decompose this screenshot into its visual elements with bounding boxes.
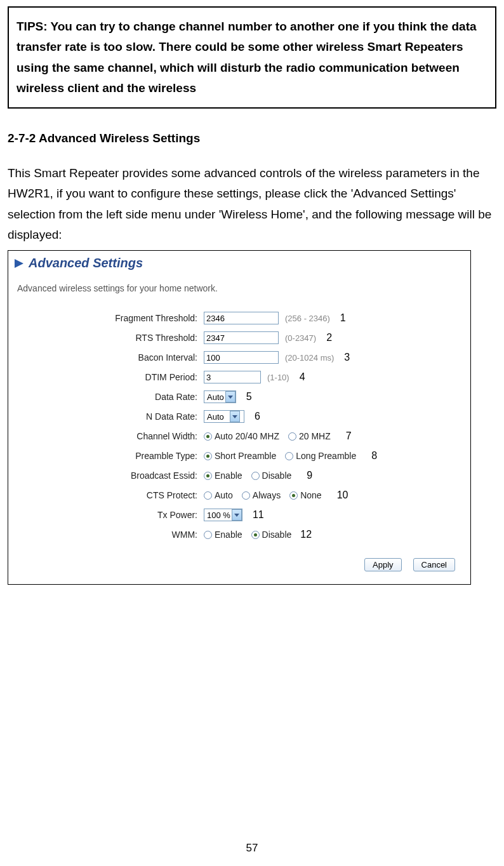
label-cts: CTS Protect: xyxy=(13,490,204,500)
row-fragment-threshold: Fragment Threshold: (256 - 2346) 1 xyxy=(13,310,465,326)
select-data-rate-value: Auto xyxy=(207,392,224,402)
input-bacon[interactable] xyxy=(204,351,279,364)
input-rts[interactable] xyxy=(204,331,279,344)
select-data-rate[interactable]: Auto xyxy=(204,390,236,403)
radio-icon xyxy=(242,491,250,500)
hint-rts: (0-2347) xyxy=(285,333,316,343)
row-tx-power: Tx Power: 100 % 11 xyxy=(13,507,465,523)
radio-icon xyxy=(285,452,293,460)
radio-cts-none[interactable]: None xyxy=(289,490,321,500)
panel-arrow-icon xyxy=(13,258,25,269)
hint-dtim: (1-10) xyxy=(267,373,289,382)
select-n-rate[interactable]: Auto xyxy=(204,410,244,423)
row-channel-width: Channel Width: Auto 20/40 MHZ 20 MHZ 7 xyxy=(13,428,465,444)
radio-icon xyxy=(251,472,260,480)
row-rts-threshold: RTS Threshold: (0-2347) 2 xyxy=(13,330,465,346)
radio-preamble-long[interactable]: Long Preamble xyxy=(285,451,356,461)
radio-icon xyxy=(289,491,298,500)
label-rts: RTS Threshold: xyxy=(13,333,204,343)
row-preamble-type: Preamble Type: Short Preamble Long Pream… xyxy=(13,448,465,464)
radio-icon xyxy=(204,472,212,480)
label-fragment: Fragment Threshold: xyxy=(13,313,204,323)
select-txpower[interactable]: 100 % xyxy=(204,509,242,521)
radio-preamble-short[interactable]: Short Preamble xyxy=(204,451,276,461)
chevron-down-icon xyxy=(225,391,235,403)
annot-7: 7 xyxy=(346,430,352,442)
radio-chwidth-auto[interactable]: Auto 20/40 MHZ xyxy=(204,431,279,441)
row-broadcast-essid: Broadcast Essid: Enable Disable 9 xyxy=(13,467,465,484)
hint-bacon: (20-1024 ms) xyxy=(285,353,334,363)
row-bacon-interval: Bacon Interval: (20-1024 ms) 3 xyxy=(13,349,465,366)
row-wmm: WMM: Enable Disable 12 xyxy=(13,526,465,543)
row-cts-protect: CTS Protect: Auto Always None 10 xyxy=(13,487,465,503)
hint-fragment: (256 - 2346) xyxy=(285,314,330,323)
chevron-down-icon xyxy=(230,411,240,422)
radio-bcast-disable[interactable]: Disable xyxy=(251,470,292,481)
label-data-rate: Data Rate: xyxy=(13,392,204,402)
row-dtim-period: DTIM Period: (1-10) 4 xyxy=(13,369,465,385)
row-data-rate: Data Rate: Auto 5 xyxy=(13,389,465,405)
label-bcast: Broadcast Essid: xyxy=(13,470,204,481)
input-dtim[interactable] xyxy=(204,371,261,383)
page-number: 57 xyxy=(0,842,504,855)
annot-3: 3 xyxy=(344,352,350,363)
label-txpower: Tx Power: xyxy=(13,510,204,520)
cancel-button[interactable]: Cancel xyxy=(413,558,455,571)
apply-button[interactable]: Apply xyxy=(364,558,402,571)
panel-header: Advanced Settings xyxy=(13,256,465,270)
label-bacon: Bacon Interval: xyxy=(13,352,204,363)
panel-title: Advanced Settings xyxy=(29,256,143,270)
annot-6: 6 xyxy=(255,411,260,422)
annot-12: 12 xyxy=(300,529,312,540)
button-row: Apply Cancel xyxy=(13,558,465,571)
intro-text: This Smart Repeater provides some advanc… xyxy=(8,163,496,245)
label-chwidth: Channel Width: xyxy=(13,431,204,441)
annot-8: 8 xyxy=(371,450,377,462)
tips-box: TIPS: You can try to change channel numb… xyxy=(8,6,496,109)
tips-text: TIPS: You can try to change channel numb… xyxy=(17,17,487,98)
radio-cts-always[interactable]: Always xyxy=(242,490,281,500)
settings-panel: Advanced Settings Advanced wireless sett… xyxy=(8,250,471,585)
radio-wmm-disable[interactable]: Disable xyxy=(251,530,292,540)
radio-wmm-enable[interactable]: Enable xyxy=(204,530,242,540)
label-wmm: WMM: xyxy=(13,530,204,540)
label-n-rate: N Data Rate: xyxy=(13,411,204,422)
label-dtim: DTIM Period: xyxy=(13,372,204,382)
radio-icon xyxy=(204,452,212,460)
annot-10: 10 xyxy=(337,490,348,501)
annot-4: 4 xyxy=(300,371,305,383)
radio-icon xyxy=(204,531,212,539)
svg-marker-0 xyxy=(15,259,23,268)
annot-1: 1 xyxy=(340,312,346,324)
label-preamble: Preamble Type: xyxy=(13,451,204,461)
radio-cts-auto[interactable]: Auto xyxy=(204,490,233,500)
annot-9: 9 xyxy=(307,470,312,481)
radio-icon xyxy=(204,491,212,500)
chevron-down-icon xyxy=(232,509,242,521)
row-n-data-rate: N Data Rate: Auto 6 xyxy=(13,408,465,425)
radio-icon xyxy=(288,432,296,441)
radio-icon xyxy=(251,531,260,539)
panel-desc: Advanced wireless settings for your home… xyxy=(17,283,465,293)
annot-2: 2 xyxy=(326,332,332,343)
section-heading: 2-7-2 Advanced Wireless Settings xyxy=(8,131,496,145)
radio-chwidth-20[interactable]: 20 MHZ xyxy=(288,431,331,441)
radio-icon xyxy=(204,432,212,441)
radio-bcast-enable[interactable]: Enable xyxy=(204,470,242,481)
annot-5: 5 xyxy=(246,391,252,403)
input-fragment[interactable] xyxy=(204,312,279,324)
annot-11: 11 xyxy=(253,509,264,521)
select-n-rate-value: Auto xyxy=(207,412,224,422)
select-txpower-value: 100 % xyxy=(207,510,230,520)
